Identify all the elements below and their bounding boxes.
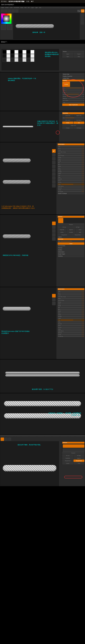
alpha-swatch[interactable] xyxy=(11,50,14,54)
gravity-slider[interactable]: GravityX Y Z xyxy=(58,189,84,190)
skew-slider[interactable]: SkewX Y Z xyxy=(58,312,84,314)
del-higher-button[interactable]: Del Higher xyxy=(73,119,84,121)
geometry-header[interactable]: Geometry xyxy=(62,112,84,114)
noise-slider[interactable]: NoiseX Y Z xyxy=(58,180,84,182)
alpha-swatch[interactable] xyxy=(27,54,30,58)
insert-button[interactable]: Insert xyxy=(75,228,84,231)
duplicate-button[interactable]: Duplicate xyxy=(62,457,73,459)
texture-icon[interactable] xyxy=(52,184,56,188)
uncrease-button[interactable]: UnCrease xyxy=(73,127,84,129)
all-high-button[interactable]: All High xyxy=(73,454,84,457)
split-button[interactable]: Split xyxy=(75,231,84,234)
alpha-swatch[interactable] xyxy=(15,54,18,58)
merge-visible-button[interactable]: MergeVisible xyxy=(71,234,84,236)
merge-visible-button[interactable]: MergeVisible xyxy=(73,460,84,462)
thick-button[interactable]: Thick xyxy=(73,462,84,464)
make-polymesh-button[interactable]: Make PolyMesh3D xyxy=(62,104,84,106)
alpha-swatch[interactable] xyxy=(19,54,22,58)
menu-item[interactable]: Edit xyxy=(24,7,27,8)
twist-slider[interactable]: TwistX Y Z xyxy=(58,174,84,176)
twist-slider[interactable]: TwistX Y Z xyxy=(58,319,84,321)
edge-loop-button[interactable]: Edge Loop xyxy=(62,124,84,126)
skew-slider[interactable]: SkewX Y Z xyxy=(58,167,84,169)
mrgb-button[interactable]: Mrgb xyxy=(77,9,81,12)
menu-item[interactable]: File xyxy=(28,7,30,8)
alpha-swatch[interactable] xyxy=(11,54,14,58)
swatch-a[interactable] xyxy=(1,24,6,30)
bend-slider[interactable]: BendX Y Z xyxy=(58,308,84,310)
relax-slider[interactable]: RelaxX Y Z xyxy=(58,153,84,154)
alpha-swatch[interactable] xyxy=(7,54,10,58)
append-button[interactable]: Append xyxy=(67,228,75,231)
move-button[interactable] xyxy=(52,298,56,302)
scale-button[interactable] xyxy=(52,233,56,237)
polish-slider[interactable]: PolishX Y Z xyxy=(58,294,84,296)
rotate-button[interactable] xyxy=(52,237,56,240)
inflate-slider[interactable]: InflateX Y Z xyxy=(58,328,84,330)
alpha-swatch[interactable] xyxy=(15,58,18,62)
smooth-slider[interactable]: SmoothX Y Z xyxy=(58,326,84,328)
resym-slider[interactable]: ReSymX Y Z xyxy=(58,301,84,303)
subtool-item[interactable] xyxy=(63,448,84,452)
panel-header[interactable]: Unified Skin xyxy=(62,78,84,79)
alpha-swatch[interactable] xyxy=(11,58,14,62)
taper-slider[interactable]: TaperTop0 xyxy=(62,97,84,99)
alpha-icon[interactable] xyxy=(52,176,56,180)
rename-button[interactable]: Rename xyxy=(62,452,84,454)
deformation-header[interactable]: Deformation xyxy=(58,288,84,290)
alpha-swatch[interactable] xyxy=(7,50,10,54)
delete-button[interactable]: Delete xyxy=(58,231,66,234)
inflat-balloon-slider[interactable]: Inflat BalloonX Y Z xyxy=(58,185,84,187)
relax-slider[interactable]: RelaxX Y Z xyxy=(58,298,84,299)
rflatten-slider[interactable]: RFlattenX Y Z xyxy=(58,316,84,317)
alpha-swatch[interactable] xyxy=(23,58,26,62)
move-button[interactable] xyxy=(52,157,56,160)
perspective-slider[interactable]: PerspectiveX Y Z xyxy=(58,190,84,192)
masking-header[interactable]: Masking xyxy=(58,255,84,257)
flatten-slider[interactable]: FlattenX Y Z xyxy=(58,317,84,319)
sdiv-slider[interactable]: SDIv3 xyxy=(58,240,84,242)
inner-radius-slider[interactable]: Inner Radius0 xyxy=(62,100,84,101)
hd-header[interactable]: HD Geometry xyxy=(58,245,84,247)
duplicate-button[interactable]: Duplicate xyxy=(58,228,66,231)
subtool-item[interactable] xyxy=(63,444,84,448)
smt-button[interactable]: Smt xyxy=(73,122,84,124)
size-slider[interactable]: SizeX Y Z xyxy=(58,162,84,164)
draw-button[interactable] xyxy=(52,153,56,156)
geometry-header[interactable]: Geometry xyxy=(58,238,84,240)
flip-v-button[interactable]: FlipV xyxy=(73,56,84,58)
lower-res-button[interactable]: Lower Res xyxy=(62,114,73,117)
divide-button[interactable]: Divide xyxy=(62,122,73,124)
mirror-slider[interactable]: MirrorX Y Z xyxy=(58,147,84,149)
taper-slider[interactable]: TaperX Y Z xyxy=(58,176,84,178)
panel-header[interactable]: Display Properties xyxy=(62,76,84,77)
deformation-header[interactable]: Deformation xyxy=(58,144,84,145)
brush-icon[interactable] xyxy=(52,168,56,172)
offset-slider[interactable]: OffsetX Y Z xyxy=(58,303,84,305)
title-link[interactable]: 在ZBRUSH制作绳子图解 xyxy=(9,1,24,2)
alpha-swatch[interactable] xyxy=(15,50,18,54)
deformation-header[interactable]: Deformation xyxy=(58,251,84,253)
subtool-header[interactable]: SubTool xyxy=(62,442,84,444)
alpha-swatch[interactable] xyxy=(3,58,6,62)
draw-button[interactable] xyxy=(52,226,56,229)
spherize-slider[interactable]: SpherizeX Y Z xyxy=(58,187,84,189)
merge-down-button[interactable]: MergeDown xyxy=(62,460,73,462)
stroke-icon[interactable] xyxy=(52,172,56,176)
alpha-swatch[interactable] xyxy=(19,58,22,62)
floor-button[interactable] xyxy=(80,21,84,24)
export-header[interactable]: Reset To Default xyxy=(58,193,84,194)
subtool-header[interactable]: SubTool xyxy=(58,216,84,218)
append-button[interactable]: Append xyxy=(73,457,84,459)
menu-item[interactable]: Draw xyxy=(20,7,23,8)
edit-button[interactable] xyxy=(52,294,56,298)
all-low-button[interactable]: All Low xyxy=(62,454,73,457)
panel-header[interactable]: Texture Map xyxy=(62,74,84,75)
flip-h-button[interactable]: FlipH xyxy=(62,56,73,58)
all-low-button[interactable]: All Low xyxy=(58,226,71,228)
twist-slider[interactable]: TWist0 xyxy=(62,102,84,103)
del-lower-button[interactable]: Del Lower xyxy=(62,119,73,121)
alpha-thumb[interactable] xyxy=(12,9,15,12)
all-high-button[interactable]: All High xyxy=(71,226,84,228)
color-picker[interactable] xyxy=(1,14,12,24)
